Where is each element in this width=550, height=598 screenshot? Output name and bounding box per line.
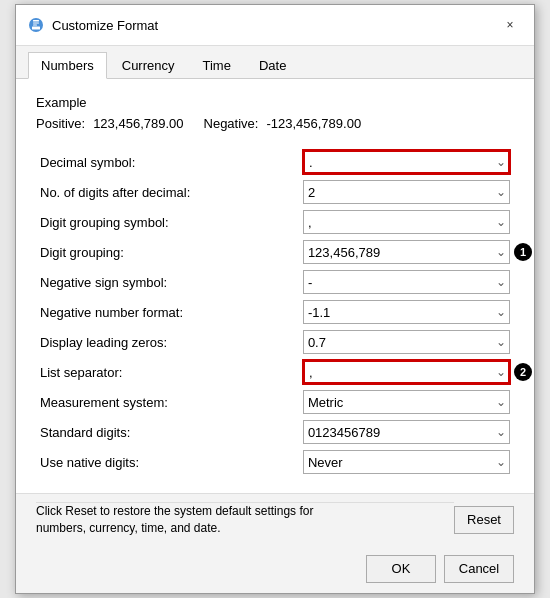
row-value-cell: , ; | 2: [299, 357, 514, 387]
dialog-content: Example Positive: 123,456,789.00 Negativ…: [16, 79, 534, 493]
positive-label: Positive:: [36, 116, 85, 131]
row-value-cell: , .: [299, 207, 514, 237]
digits-decimal-select[interactable]: 2 0 1 3: [303, 180, 510, 204]
table-row: Digit grouping: 123,456,789 12,34,56,789…: [36, 237, 514, 267]
reset-section: Click Reset to restore the system defaul…: [16, 493, 534, 545]
annotation-1: 1: [514, 243, 532, 261]
row-value-cell: -: [299, 267, 514, 297]
negative-format-wrapper: -1.1 (1.1) 1.1-: [303, 300, 510, 324]
row-label: No. of digits after decimal:: [36, 177, 299, 207]
native-digits-select[interactable]: Never Always: [303, 450, 510, 474]
row-label: Decimal symbol:: [36, 147, 299, 177]
dialog-icon: [28, 17, 44, 33]
tab-currency[interactable]: Currency: [109, 52, 188, 78]
measurement-select[interactable]: Metric U.S.: [303, 390, 510, 414]
table-row: List separator: , ; | 2: [36, 357, 514, 387]
list-separator-wrapper: , ; | 2: [303, 360, 510, 384]
decimal-symbol-select[interactable]: . ,: [303, 150, 510, 174]
row-value-cell: 123,456,789 12,34,56,789 None 1: [299, 237, 514, 267]
row-label: Negative sign symbol:: [36, 267, 299, 297]
negative-sign-wrapper: -: [303, 270, 510, 294]
table-row: Measurement system: Metric U.S.: [36, 387, 514, 417]
row-label: Use native digits:: [36, 447, 299, 477]
tab-numbers[interactable]: Numbers: [28, 52, 107, 79]
standard-digits-wrapper: 0123456789: [303, 420, 510, 444]
negative-value: -123,456,789.00: [266, 116, 361, 131]
row-value-cell: Never Always: [299, 447, 514, 477]
reset-button[interactable]: Reset: [454, 506, 514, 534]
settings-table: Decimal symbol: . , No. of di: [36, 147, 514, 477]
example-label: Example: [36, 95, 514, 110]
row-label: Display leading zeros:: [36, 327, 299, 357]
positive-example: Positive: 123,456,789.00: [36, 116, 184, 131]
annotation-2: 2: [514, 363, 532, 381]
button-row: OK Cancel: [16, 545, 534, 593]
negative-example: Negative: -123,456,789.00: [204, 116, 362, 131]
list-separator-select[interactable]: , ; |: [303, 360, 510, 384]
tab-time[interactable]: Time: [190, 52, 244, 78]
row-value-cell: Metric U.S.: [299, 387, 514, 417]
table-row: Decimal symbol: . ,: [36, 147, 514, 177]
tabs-bar: Numbers Currency Time Date: [16, 46, 534, 79]
tab-date[interactable]: Date: [246, 52, 299, 78]
native-digits-wrapper: Never Always: [303, 450, 510, 474]
row-label: Standard digits:: [36, 417, 299, 447]
leading-zeros-wrapper: 0.7 .7: [303, 330, 510, 354]
decimal-symbol-wrapper: . ,: [303, 150, 510, 174]
row-label: Digit grouping:: [36, 237, 299, 267]
row-label: List separator:: [36, 357, 299, 387]
title-bar: Customize Format ×: [16, 5, 534, 46]
measurement-wrapper: Metric U.S.: [303, 390, 510, 414]
digits-decimal-wrapper: 2 0 1 3: [303, 180, 510, 204]
negative-format-select[interactable]: -1.1 (1.1) 1.1-: [303, 300, 510, 324]
row-value-cell: 0.7 .7: [299, 327, 514, 357]
table-row: Negative number format: -1.1 (1.1) 1.1-: [36, 297, 514, 327]
digit-grouping-symbol-select[interactable]: , .: [303, 210, 510, 234]
dialog-title: Customize Format: [52, 18, 158, 33]
table-row: Standard digits: 0123456789: [36, 417, 514, 447]
row-label: Negative number format:: [36, 297, 299, 327]
negative-sign-select[interactable]: -: [303, 270, 510, 294]
negative-label: Negative:: [204, 116, 259, 131]
row-value-cell: . ,: [299, 147, 514, 177]
row-value-cell: 2 0 1 3: [299, 177, 514, 207]
digit-grouping-select[interactable]: 123,456,789 12,34,56,789 None: [303, 240, 510, 264]
ok-button[interactable]: OK: [366, 555, 436, 583]
row-label: Measurement system:: [36, 387, 299, 417]
bottom-note: Click Reset to restore the system defaul…: [36, 502, 454, 537]
svg-rect-4: [32, 27, 40, 30]
svg-rect-2: [33, 23, 39, 24]
row-label: Digit grouping symbol:: [36, 207, 299, 237]
leading-zeros-select[interactable]: 0.7 .7: [303, 330, 510, 354]
svg-rect-1: [33, 20, 39, 22]
table-row: Digit grouping symbol: , .: [36, 207, 514, 237]
table-row: No. of digits after decimal: 2 0 1 3: [36, 177, 514, 207]
example-row: Positive: 123,456,789.00 Negative: -123,…: [36, 116, 514, 131]
row-value-cell: -1.1 (1.1) 1.1-: [299, 297, 514, 327]
standard-digits-select[interactable]: 0123456789: [303, 420, 510, 444]
row-value-cell: 0123456789: [299, 417, 514, 447]
table-row: Use native digits: Never Always: [36, 447, 514, 477]
cancel-button[interactable]: Cancel: [444, 555, 514, 583]
table-row: Display leading zeros: 0.7 .7: [36, 327, 514, 357]
svg-rect-3: [33, 25, 37, 26]
digit-grouping-symbol-wrapper: , .: [303, 210, 510, 234]
positive-value: 123,456,789.00: [93, 116, 183, 131]
table-row: Negative sign symbol: -: [36, 267, 514, 297]
example-section: Example Positive: 123,456,789.00 Negativ…: [36, 95, 514, 131]
digit-grouping-wrapper: 123,456,789 12,34,56,789 None 1: [303, 240, 510, 264]
close-button[interactable]: ×: [498, 13, 522, 37]
